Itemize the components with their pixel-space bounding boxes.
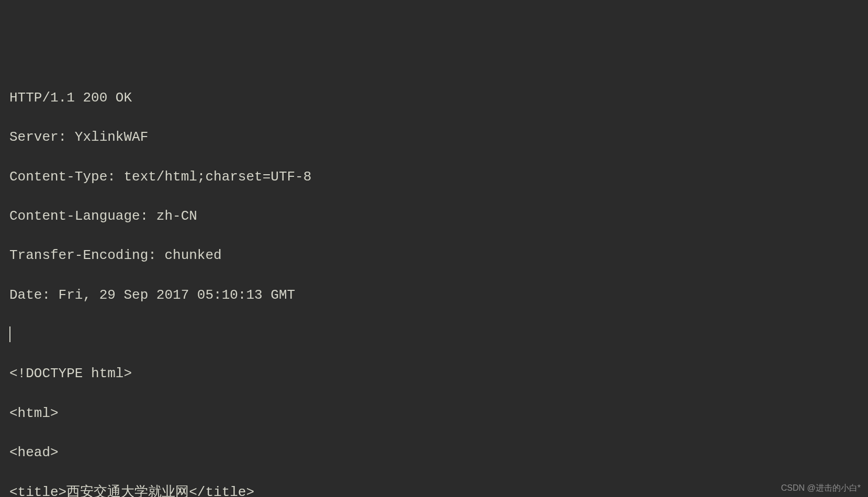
header-date: Date: Fri, 29 Sep 2017 05:10:13 GMT — [9, 286, 868, 306]
header-server: Server: YxlinkWAF — [9, 128, 868, 148]
cursor-line — [9, 325, 868, 345]
head-open: <head> — [9, 443, 868, 463]
header-transfer-encoding: Transfer-Encoding: chunked — [9, 246, 868, 266]
title-tag: <title>西安交通大学就业网</title> — [9, 483, 868, 498]
text-cursor-icon — [9, 326, 10, 342]
header-content-language: Content-Language: zh-CN — [9, 207, 868, 227]
csdn-watermark: CSDN @进击的小白* — [781, 482, 861, 494]
html-doctype: <!DOCTYPE html> — [9, 364, 868, 384]
html-open: <html> — [9, 404, 868, 424]
http-status-line: HTTP/1.1 200 OK — [9, 88, 868, 108]
header-content-type: Content-Type: text/html;charset=UTF-8 — [9, 167, 868, 187]
